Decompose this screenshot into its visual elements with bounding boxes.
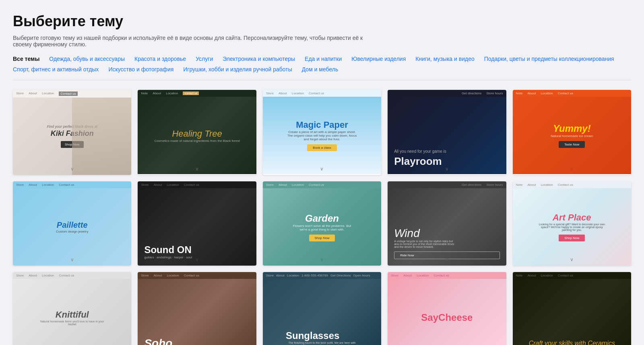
- garden-expand-icon[interactable]: ∨: [320, 257, 324, 262]
- knittiful-nav: StoreAboutLocationContact us: [13, 272, 131, 279]
- theme-card-garden[interactable]: StoreAboutLocationContact us Garden Flow…: [263, 181, 381, 266]
- playroom-title: Playroom: [394, 155, 446, 168]
- filter-all[interactable]: Все темы: [13, 56, 39, 62]
- garden-title: Garden: [305, 213, 339, 224]
- page-title: Выберите тему: [13, 13, 631, 30]
- soho-text-block: Soho: [144, 337, 172, 345]
- page-container: Выберите тему Выберите готовую тему из н…: [0, 0, 644, 345]
- filter-sports[interactable]: Спорт, фитнес и активный отдых: [13, 66, 99, 73]
- paillette-nav: StoreAboutLocationContact us: [13, 181, 131, 188]
- artplace-expand-icon[interactable]: ∨: [570, 257, 574, 262]
- theme-card-playroom[interactable]: Get directionsStore hours All you need f…: [388, 90, 506, 175]
- kiki-expand-icon[interactable]: ∨: [70, 166, 74, 172]
- theme-card-saycheese[interactable]: StoreAboutLocationContact us SayCheese ∨: [388, 272, 506, 345]
- garden-text-block: Garden Flowers won't solve all the probl…: [290, 213, 354, 241]
- yummy-text-block: Yummy! Natural homemade ice cream Taste …: [551, 123, 593, 148]
- artplace-shop-button[interactable]: Shop Now: [559, 235, 585, 241]
- theme-card-kiki[interactable]: StoreAboutLocationContact us Find your p…: [13, 90, 131, 175]
- saycheese-nav: StoreAboutLocationContact us: [388, 272, 506, 279]
- healing-sub: Cosmetics made of natural ingredients fr…: [155, 139, 240, 143]
- saycheese-text-block: SayCheese: [421, 312, 473, 323]
- sunglasses-sub: The finishing touch to the best outfit. …: [286, 341, 358, 345]
- filter-toys[interactable]: Игрушки, хобби и изделия ручной работы: [183, 66, 292, 73]
- playroom-expand-icon[interactable]: ∨: [445, 166, 449, 172]
- filter-home[interactable]: Дом и мебель: [302, 66, 339, 73]
- theme-card-knittiful[interactable]: StoreAboutLocationContact us Knittiful N…: [13, 272, 131, 345]
- theme-card-sound[interactable]: StoreAboutLocationContact us Sound ON gu…: [138, 181, 256, 266]
- healing-card-bg: Healing Tree Cosmetics made of natural i…: [138, 97, 256, 174]
- filter-books[interactable]: Книги, музыка и видео: [415, 56, 475, 62]
- sound-sub: guitars · andstrings · harper · soul: [144, 256, 192, 259]
- playroom-tagline: All you need for your game is: [394, 149, 446, 154]
- saycheese-title: SayCheese: [421, 312, 473, 323]
- page-subtitle: Выберите готовую тему из нашей подборки …: [13, 35, 375, 48]
- sunglasses-text-block: Sunglasses The finishing touch to the be…: [286, 330, 358, 345]
- paillette-expand-icon[interactable]: ∨: [70, 257, 74, 262]
- theme-card-soho[interactable]: StoreAboutLocationContact us Soho ∨: [138, 272, 256, 345]
- soho-title: Soho: [144, 337, 172, 345]
- theme-card-healing[interactable]: NoteAboutLocationcontact us Healing Tree…: [138, 90, 256, 175]
- sound-nav: StoreAboutLocationContact us: [138, 181, 256, 188]
- paillette-sub: Custom design jewelry: [56, 230, 88, 233]
- healing-expand-icon[interactable]: ∨: [195, 166, 199, 172]
- healing-title: Healing Tree: [155, 129, 240, 139]
- healing-nav: NoteAboutLocationcontact us: [138, 90, 256, 97]
- sound-expand-icon[interactable]: ∨: [195, 257, 199, 262]
- paillette-card-bg: Paillette Custom design jewelry: [13, 188, 131, 266]
- magic-nav: StoreAboutLocationContact us: [263, 90, 381, 97]
- filter-beauty[interactable]: Красота и здоровье: [134, 56, 186, 62]
- wind-card-bg: Wind A vintage bicycle is not only for s…: [388, 188, 506, 266]
- magic-expand-icon[interactable]: ∨: [320, 166, 324, 172]
- magic-sub: Create a piece of art with a simple pape…: [286, 130, 358, 141]
- theme-card-ceramics[interactable]: NoteAboutLocationContact us Craft your s…: [513, 272, 631, 345]
- theme-card-magic[interactable]: StoreAboutLocationContact us Magic Paper…: [263, 90, 381, 175]
- ceramics-nav: NoteAboutLocationContact us: [513, 272, 631, 279]
- soho-card-bg: Soho: [138, 279, 256, 345]
- saycheese-card-bg: SayCheese: [388, 279, 506, 345]
- knittiful-card-bg: Knittiful Natural homemade items you'll …: [13, 279, 131, 345]
- magic-title: Magic Paper: [296, 120, 348, 130]
- paillette-title: Paillette: [57, 220, 88, 230]
- wind-title: Wind: [394, 227, 500, 240]
- yummy-expand-icon[interactable]: ∨: [570, 166, 574, 172]
- paillette-text-block: Paillette Custom design jewelry: [56, 220, 88, 233]
- sunglasses-card-bg: Sunglasses The finishing touch to the be…: [263, 279, 381, 345]
- theme-card-sunglasses[interactable]: StoreAboutLocation1-800-555-456789Get Di…: [263, 272, 381, 345]
- themes-grid: StoreAboutLocationContact us Find your p…: [13, 90, 631, 345]
- wind-expand-icon[interactable]: ∨: [445, 257, 449, 262]
- filter-art[interactable]: Искусство и фотография: [108, 66, 173, 73]
- playroom-nav: Get directionsStore hours: [388, 90, 506, 97]
- sound-title: Sound ON: [144, 244, 192, 256]
- theme-card-wind[interactable]: Get directionsStore hours Wind A vintage…: [388, 181, 506, 266]
- wind-nav: Get directionsStore hours: [388, 181, 506, 188]
- yummy-nav: NoteAboutLocationContact us: [513, 90, 631, 97]
- filter-services[interactable]: Услуги: [196, 56, 213, 62]
- yummy-card-bg: Yummy! Natural homemade ice cream Taste …: [513, 97, 631, 174]
- filter-electronics[interactable]: Электроника и компьютеры: [223, 56, 295, 62]
- knittiful-title: Knittiful: [56, 310, 89, 320]
- soho-nav: StoreAboutLocationContact us: [138, 272, 256, 279]
- filter-food[interactable]: Еда и напитки: [305, 56, 342, 62]
- ceramics-card-bg: Craft your skills with Ceramics Ceramics…: [513, 279, 631, 345]
- garden-shop-button[interactable]: Shop Now: [309, 235, 335, 241]
- kiki-nav: StoreAboutLocationContact us: [13, 90, 131, 98]
- knittiful-text-block: Knittiful Natural homemade items you'll …: [40, 310, 104, 326]
- magic-card-bg: Magic Paper Create a piece of art with a…: [263, 97, 381, 174]
- ceramics-title: Craft your skills with Ceramics: [529, 340, 615, 345]
- artplace-sub: Looking for a special gift? Want to deco…: [536, 223, 608, 231]
- filter-gifts[interactable]: Подарки, цветы и предметы коллекциониров…: [484, 56, 614, 62]
- yummy-sub: Natural homemade ice cream: [551, 134, 593, 138]
- artplace-card-bg: Art Place Looking for a special gift? Wa…: [513, 188, 631, 266]
- theme-card-yummy[interactable]: NoteAboutLocationContact us Yummy! Natur…: [513, 90, 631, 175]
- theme-card-paillette[interactable]: StoreAboutLocationContact us Paillette C…: [13, 181, 131, 266]
- artplace-nav: NoteAboutLocationContact us: [513, 181, 631, 188]
- yummy-taste-button[interactable]: Taste Now: [559, 141, 585, 148]
- wind-text-block: Wind A vintage bicycle is not only for s…: [394, 227, 500, 259]
- theme-card-artplace[interactable]: NoteAboutLocationContact us Art Place Lo…: [513, 181, 631, 266]
- ceramics-text-block: Craft your skills with Ceramics Ceramics…: [529, 340, 615, 345]
- filter-clothing[interactable]: Одежда, обувь и аксессуары: [49, 56, 125, 62]
- playroom-text-block: All you need for your game is Playroom: [394, 149, 446, 168]
- filter-jewelry[interactable]: Ювелирные изделия: [351, 56, 406, 62]
- wind-sub: A vintage bicycle is not only for stylis…: [394, 240, 454, 248]
- magic-book-button[interactable]: Book a class: [307, 144, 336, 151]
